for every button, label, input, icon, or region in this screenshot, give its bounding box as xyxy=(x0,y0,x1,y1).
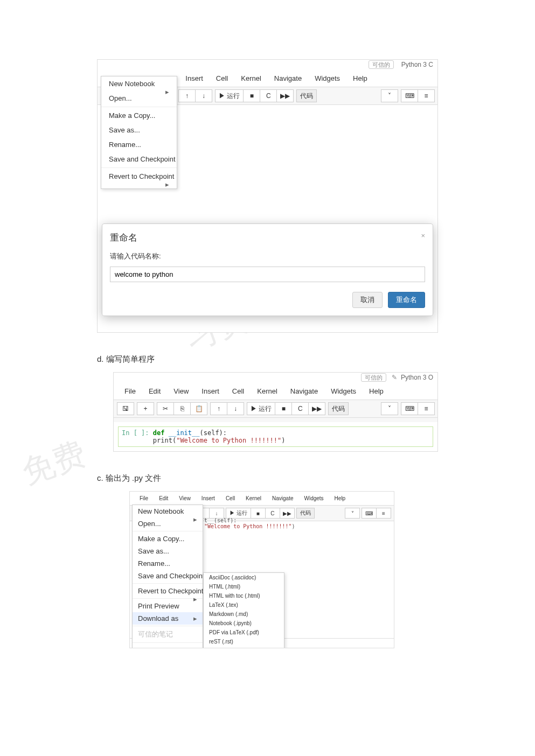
restart-run-button[interactable]: ▶▶ xyxy=(276,89,294,102)
menu-insert[interactable]: Insert xyxy=(179,72,210,85)
keyboard-icon[interactable]: ⌨ xyxy=(401,402,418,415)
celltype-chevron-icon[interactable]: ˅ xyxy=(345,508,360,519)
file-menu-dropdown: New Notebook Open... Make a Copy... Save… xyxy=(101,76,177,189)
command-palette-icon[interactable]: ≡ xyxy=(418,402,435,415)
save-button[interactable]: 🖫 xyxy=(117,402,134,415)
move-down-button[interactable]: ↓ xyxy=(227,402,244,415)
file-print-preview[interactable]: Print Preview xyxy=(133,600,203,612)
file-copy[interactable]: Make a Copy... xyxy=(133,533,203,545)
stop-button[interactable]: ■ xyxy=(275,402,292,415)
code-cell[interactable]: In [ ]: def __init__(self): print("Welco… xyxy=(118,426,433,447)
menu-edit[interactable]: Edit xyxy=(142,385,167,397)
file-save-checkpoint[interactable]: Save and Checkpoint xyxy=(133,570,203,582)
keyboard-icon[interactable]: ⌨ xyxy=(362,508,377,519)
caption-c: c. 输出为 .py 文件 xyxy=(97,473,438,484)
file-new[interactable]: New Notebook xyxy=(101,76,177,91)
file-revert[interactable]: Revert to Checkpoint xyxy=(133,585,203,597)
restart-button[interactable]: C xyxy=(291,402,309,415)
run-button[interactable]: ▶ 运行 xyxy=(215,89,244,102)
move-down-button[interactable]: ↓ xyxy=(195,89,212,102)
dl-html-toc[interactable]: HTML with toc (.html) xyxy=(204,591,284,600)
code-str: "Welcome to Python !!!!!!!" xyxy=(176,437,281,444)
file-download-as[interactable]: Download as xyxy=(133,612,203,625)
menu-file[interactable]: File xyxy=(118,385,142,397)
menu-help[interactable]: Help xyxy=(329,494,351,503)
dl-html[interactable]: HTML (.html) xyxy=(204,582,284,591)
menu-cell[interactable]: Cell xyxy=(210,72,234,85)
code-fn: __init__ xyxy=(169,429,200,437)
restart-run-button[interactable]: ▶▶ xyxy=(308,402,325,415)
move-down-button[interactable]: ↓ xyxy=(209,508,224,519)
file-menu-dropdown: New Notebook Open... Make a Copy... Save… xyxy=(132,505,203,648)
dl-asciidoc[interactable]: AsciiDoc (.asciidoc) xyxy=(204,573,284,582)
file-rename[interactable]: Rename... xyxy=(133,557,203,570)
celltype-select[interactable]: 代码 xyxy=(296,508,315,519)
celltype-chevron-icon[interactable]: ˅ xyxy=(381,89,398,102)
stop-button[interactable]: ■ xyxy=(251,508,266,519)
code-text: print( xyxy=(122,437,176,444)
paste-button[interactable]: 📋 xyxy=(190,402,207,415)
dl-rst[interactable]: reST (.rst) xyxy=(204,637,284,646)
celltype-select[interactable]: 代码 xyxy=(296,89,317,102)
menu-help[interactable]: Help xyxy=(363,385,390,397)
file-saveas[interactable]: Save as... xyxy=(133,545,203,557)
menu-cell[interactable]: Cell xyxy=(220,494,240,503)
close-icon[interactable]: × xyxy=(421,232,425,240)
dl-latex[interactable]: LaTeX (.tex) xyxy=(204,600,284,610)
dl-python[interactable]: Python (.py) xyxy=(204,646,284,648)
file-saveas[interactable]: Save as... xyxy=(101,123,177,137)
cut-button[interactable]: ✂ xyxy=(157,402,174,415)
file-copy[interactable]: Make a Copy... xyxy=(101,108,177,123)
cancel-button[interactable]: 取消 xyxy=(352,292,383,308)
run-button[interactable]: ▶ 运行 xyxy=(226,508,251,519)
celltype-chevron-icon[interactable]: ˅ xyxy=(381,402,398,415)
restart-button[interactable]: C xyxy=(265,508,280,519)
code-kw: def xyxy=(153,429,169,437)
input-prompt: In [ ]: xyxy=(122,429,153,437)
menu-widgets[interactable]: Widgets xyxy=(324,385,363,397)
menu-kernel[interactable]: Kernel xyxy=(234,72,268,85)
menu-view[interactable]: View xyxy=(173,494,196,503)
menu-navigate[interactable]: Navigate xyxy=(267,494,298,503)
add-cell-button[interactable]: + xyxy=(137,402,154,415)
menu-kernel[interactable]: Kernel xyxy=(240,494,267,503)
menu-view[interactable]: View xyxy=(167,385,195,397)
kernel-indicator: Python 3 C xyxy=(401,61,433,68)
command-palette-icon[interactable]: ≡ xyxy=(376,508,391,519)
dialog-title: 重命名 xyxy=(110,232,425,244)
code-text: (self): xyxy=(200,429,227,437)
command-palette-icon[interactable]: ≡ xyxy=(418,89,435,102)
menu-help[interactable]: Help xyxy=(346,72,374,85)
menu-file[interactable]: File xyxy=(134,494,154,503)
menu-widgets[interactable]: Widgets xyxy=(308,72,346,85)
move-up-button[interactable]: ↑ xyxy=(210,402,227,415)
screenshot-rename: 可信的 Python 3 C File Edit View Insert Cel… xyxy=(97,59,438,333)
dl-markdown[interactable]: Markdown (.md) xyxy=(204,610,284,619)
menu-insert[interactable]: Insert xyxy=(196,494,220,503)
stop-button[interactable]: ■ xyxy=(243,89,260,102)
menu-cell[interactable]: Cell xyxy=(226,385,251,397)
rename-button[interactable]: 重命名 xyxy=(388,292,425,308)
file-rename[interactable]: Rename... xyxy=(101,137,177,152)
keyboard-icon[interactable]: ⌨ xyxy=(401,89,418,102)
file-save-checkpoint[interactable]: Save and Checkpoint xyxy=(101,152,177,166)
rename-input[interactable] xyxy=(110,267,425,282)
dl-pdf[interactable]: PDF via LaTeX (.pdf) xyxy=(204,628,284,637)
restart-run-button[interactable]: ▶▶ xyxy=(280,508,295,519)
celltype-select[interactable]: 代码 xyxy=(328,402,349,415)
menu-widgets[interactable]: Widgets xyxy=(298,494,329,503)
file-close-halt[interactable]: Close and Halt xyxy=(133,644,203,648)
restart-button[interactable]: C xyxy=(260,89,277,102)
menu-insert[interactable]: Insert xyxy=(195,385,226,397)
menu-kernel[interactable]: Kernel xyxy=(251,385,284,397)
menu-navigate[interactable]: Navigate xyxy=(268,72,308,85)
file-open[interactable]: Open... xyxy=(133,517,203,530)
file-new[interactable]: New Notebook xyxy=(133,505,203,517)
copy-button[interactable]: ⎘ xyxy=(173,402,191,415)
menu-navigate[interactable]: Navigate xyxy=(284,385,324,397)
dl-notebook[interactable]: Notebook (.ipynb) xyxy=(204,619,284,628)
move-up-button[interactable]: ↑ xyxy=(178,89,196,102)
run-button[interactable]: ▶ 运行 xyxy=(247,402,275,415)
menu-edit[interactable]: Edit xyxy=(154,494,173,503)
file-revert[interactable]: Revert to Checkpoint xyxy=(101,169,177,184)
